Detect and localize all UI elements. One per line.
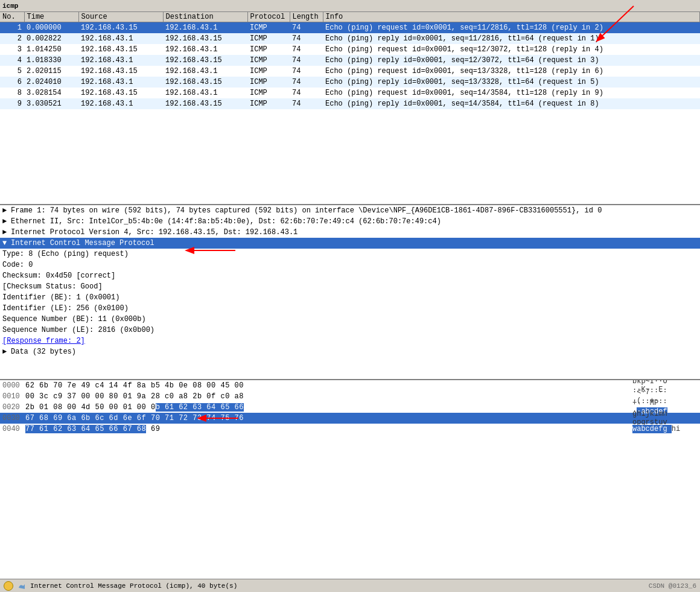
- packet-table: No. Time Source Destination Protocol Len…: [0, 12, 700, 109]
- col-time: Time: [24, 12, 78, 22]
- packet-list-pane: No. Time Source Destination Protocol Len…: [0, 12, 700, 205]
- hex-ascii: ghijklmn opqrstuv: [628, 410, 700, 427]
- status-bar: Internet Control Message Protocol (icmp)…: [0, 579, 700, 592]
- hex-offset: 0000: [0, 381, 23, 390]
- table-row[interactable]: 41.018330192.168.43.1192.168.43.15ICMP74…: [0, 55, 700, 66]
- detail-ip-row[interactable]: ► Internet Protocol Version 4, Src: 192.…: [0, 227, 700, 238]
- detail-ip-text: Internet Protocol Version 4, Src: 192.16…: [11, 228, 298, 237]
- hex-row: 00202b 01 08 00 4d 50 00 01 00 0b 61 62 …: [0, 402, 700, 413]
- detail-seq-be-row: Sequence Number (BE): 11 (0x000b): [0, 314, 700, 325]
- table-row[interactable]: 52.020115192.168.43.15192.168.43.1ICMP74…: [0, 66, 700, 77]
- ip-expander[interactable]: ►: [2, 228, 11, 237]
- detail-response-link[interactable]: [Response frame: 2]: [2, 337, 85, 345]
- packet-rows: 10.000000192.168.43.15192.168.43.1ICMP74…: [0, 22, 700, 109]
- hex-offset: 0030: [0, 414, 23, 422]
- table-row[interactable]: 10.000000192.168.43.15192.168.43.1ICMP74…: [0, 22, 700, 33]
- col-protocol: Protocol: [247, 12, 290, 22]
- detail-response-row[interactable]: [Response frame: 2]: [0, 336, 700, 346]
- status-text: Internet Control Message Protocol (icmp)…: [30, 582, 237, 590]
- hex-pane: 000062 6b 70 7e 49 c4 14 4f 8a b5 4b 0e …: [0, 380, 700, 560]
- ethernet-expander[interactable]: ►: [2, 217, 11, 226]
- detail-checksum-row: Checksum: 0x4d50 [correct]: [0, 270, 700, 281]
- detail-frame-text: Frame 1: 74 bytes on wire (592 bits), 74…: [11, 206, 602, 215]
- detail-data-text: Data (32 bytes): [11, 348, 76, 356]
- col-destination: Destination: [163, 12, 247, 22]
- icmp-expander[interactable]: ▼: [2, 239, 11, 247]
- detail-checksum-status-row: [Checksum Status: Good]: [0, 281, 700, 292]
- detail-icmp-row[interactable]: ▼ Internet Control Message Protocol: [0, 238, 700, 249]
- data-expander[interactable]: ►: [2, 348, 11, 356]
- column-header-row: No. Time Source Destination Protocol Len…: [0, 12, 700, 22]
- hex-rows: 000062 6b 70 7e 49 c4 14 4f 8a b5 4b 0e …: [0, 380, 700, 434]
- table-row[interactable]: 20.002822192.168.43.1192.168.43.15ICMP74…: [0, 33, 700, 44]
- col-info: Info: [323, 12, 700, 22]
- detail-data-row[interactable]: ► Data (32 bytes): [0, 346, 700, 357]
- detail-id-be-text: Identifier (BE): 1 (0x0001): [2, 293, 119, 302]
- hex-offset: 0020: [0, 403, 23, 412]
- detail-id-be-row: Identifier (BE): 1 (0x0001): [0, 292, 700, 303]
- title-bar: icmp: [0, 0, 700, 12]
- col-source: Source: [78, 12, 163, 22]
- status-shark-icon: [17, 581, 27, 591]
- status-circle-icon: [4, 581, 13, 591]
- hex-row: 001000 3c c9 37 00 00 80 01 9a 28 c0 a8 …: [0, 391, 700, 402]
- detail-type-row: Type: 8 (Echo (ping) request): [0, 249, 700, 259]
- detail-id-le-row: Identifier (LE): 256 (0x0100): [0, 303, 700, 314]
- hex-bytes: 77 61 62 63 64 65 66 67 68 69: [23, 425, 628, 433]
- table-row[interactable]: 62.024010192.168.43.1192.168.43.15ICMP74…: [0, 77, 700, 88]
- hex-bytes: 2b 01 08 00 4d 50 00 01 00 0b 61 62 63 6…: [23, 403, 628, 412]
- col-length: Length: [290, 12, 323, 22]
- hex-bytes: 67 68 69 6a 6b 6c 6d 6e 6f 70 71 72 73 7…: [23, 414, 628, 422]
- detail-seq-le-text: Sequence Number (LE): 2816 (0x0b00): [2, 326, 154, 334]
- hex-row: 004077 61 62 63 64 65 66 67 68 69wabcdef…: [0, 424, 700, 434]
- detail-icmp-text: Internet Control Message Protocol: [11, 239, 154, 247]
- detail-code-text: Code: 0: [2, 261, 33, 269]
- detail-seq-le-row: Sequence Number (LE): 2816 (0x0b00): [0, 325, 700, 336]
- detail-checksum-text: Checksum: 0x4d50 [correct]: [2, 272, 115, 280]
- title-label: icmp: [2, 2, 18, 10]
- table-row[interactable]: 93.030521192.168.43.1192.168.43.15ICMP74…: [0, 98, 700, 109]
- detail-code-row: Code: 0: [0, 259, 700, 270]
- hex-row: 003067 68 69 6a 6b 6c 6d 6e 6f 70 71 72 …: [0, 413, 700, 424]
- table-row[interactable]: 31.014250192.168.43.15192.168.43.1ICMP74…: [0, 44, 700, 55]
- hex-bytes: 00 3c c9 37 00 00 80 01 9a 28 c0 a8 2b 0…: [23, 392, 628, 401]
- hex-ascii: wabcdefg hi: [628, 425, 700, 433]
- col-no: No.: [0, 12, 24, 22]
- detail-checksum-status-text: [Checksum Status: Good]: [2, 282, 103, 291]
- detail-id-le-text: Identifier (LE): 256 (0x0100): [2, 304, 129, 313]
- frame-expander[interactable]: ►: [2, 206, 11, 215]
- hex-row: 000062 6b 70 7e 49 c4 14 4f 8a b5 4b 0e …: [0, 380, 700, 391]
- detail-seq-be-text: Sequence Number (BE): 11 (0x000b): [2, 315, 146, 323]
- hex-offset: 0040: [0, 425, 23, 433]
- detail-ethernet-row[interactable]: ► Ethernet II, Src: IntelCor_b5:4b:0e (1…: [0, 216, 700, 227]
- detail-ethernet-text: Ethernet II, Src: IntelCor_b5:4b:0e (14:…: [11, 217, 441, 226]
- detail-pane: ► Frame 1: 74 bytes on wire (592 bits), …: [0, 205, 700, 380]
- table-row[interactable]: 83.028154192.168.43.15192.168.43.1ICMP74…: [0, 88, 700, 98]
- hex-offset: 0010: [0, 392, 23, 401]
- watermark-text: CSDN @0123_6: [649, 582, 696, 590]
- detail-type-text: Type: 8 (Echo (ping) request): [2, 250, 129, 258]
- detail-frame-row[interactable]: ► Frame 1: 74 bytes on wire (592 bits), …: [0, 205, 700, 216]
- hex-bytes: 62 6b 70 7e 49 c4 14 4f 8a b5 4b 0e 08 0…: [23, 381, 628, 390]
